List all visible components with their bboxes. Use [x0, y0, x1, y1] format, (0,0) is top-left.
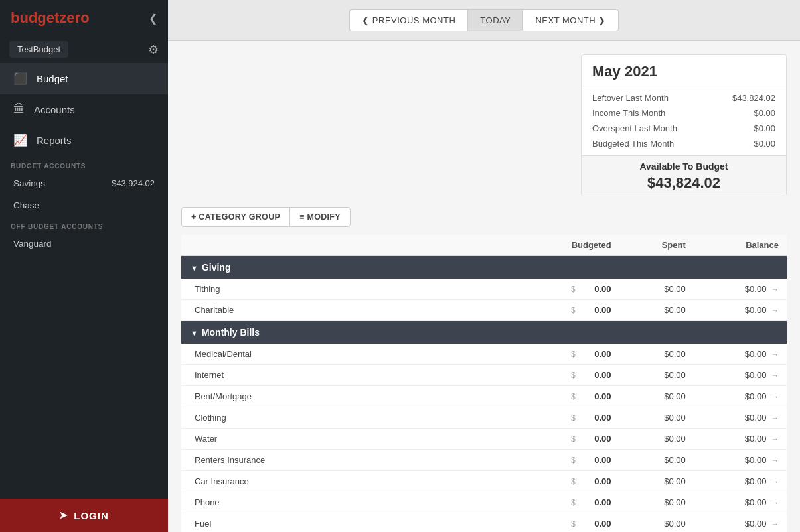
table-row: Renters Insurance $ 0.00 $0.00 $0.00 →: [181, 450, 787, 471]
budget-value[interactable]: 0.00: [578, 305, 611, 315]
account-item-savings[interactable]: Savings $43,924.02: [0, 172, 168, 194]
spent-cell: $0.00: [619, 386, 694, 407]
account-item-chase[interactable]: Chase: [0, 194, 168, 216]
overspent-label: Overspent Last Month: [592, 123, 677, 133]
budgeted-input-cell[interactable]: $ 0.00: [515, 386, 619, 407]
table-row: Clothing $ 0.00 $0.00 $0.00 →: [181, 407, 787, 429]
budget-value[interactable]: 0.00: [578, 284, 611, 294]
category-name: Charitable: [181, 300, 515, 321]
budget-icon: ⬛: [13, 72, 27, 86]
budgeted-input-cell[interactable]: $ 0.00: [515, 450, 619, 471]
balance-arrow[interactable]: →: [771, 306, 779, 314]
settings-icon[interactable]: ⚙: [148, 42, 159, 57]
account-amount-savings: $43,924.02: [112, 178, 155, 188]
group-chevron-icon[interactable]: ▼: [191, 329, 198, 337]
budget-value[interactable]: 0.00: [578, 434, 611, 444]
group-chevron-icon[interactable]: ▼: [191, 264, 198, 272]
budget-value[interactable]: 0.00: [578, 498, 611, 507]
dollar-sign: $: [571, 350, 576, 359]
balance-arrow[interactable]: →: [771, 414, 779, 422]
table-row: Water $ 0.00 $0.00 $0.00 →: [181, 429, 787, 450]
budgeted-input-cell[interactable]: $ 0.00: [515, 407, 619, 429]
category-name: Car Insurance: [181, 471, 515, 492]
budgeted-input-cell[interactable]: $ 0.00: [515, 279, 619, 300]
category-name: Renters Insurance: [181, 450, 515, 471]
spent-cell: $0.00: [619, 450, 694, 471]
balance-arrow[interactable]: →: [771, 393, 779, 401]
spent-cell: $0.00: [619, 344, 694, 365]
balance-arrow[interactable]: →: [771, 456, 779, 464]
spent-cell: $0.00: [619, 471, 694, 492]
budget-accounts-label: BUDGET ACCOUNTS: [0, 156, 168, 172]
modify-button[interactable]: ≡ MODIFY: [289, 207, 351, 227]
dollar-sign: $: [571, 519, 576, 529]
category-name: Water: [181, 429, 515, 450]
group-header-monthly-bills[interactable]: ▼Monthly Bills: [181, 321, 787, 344]
col-balance: Balance: [694, 235, 787, 256]
category-name: Medical/Dental: [181, 344, 515, 365]
collapse-sidebar-icon[interactable]: ❮: [149, 12, 157, 25]
today-button[interactable]: TODAY: [467, 9, 523, 31]
add-category-group-button[interactable]: + CATEGORY GROUP: [181, 207, 290, 227]
budget-value[interactable]: 0.00: [578, 370, 611, 380]
sidebar-item-budget[interactable]: ⬛ Budget: [0, 63, 168, 94]
login-button[interactable]: ➤ LOGIN: [0, 499, 168, 532]
category-name: Clothing: [181, 407, 515, 429]
balance-arrow[interactable]: →: [771, 285, 779, 293]
dollar-sign: $: [571, 498, 576, 507]
budgeted-input-cell[interactable]: $ 0.00: [515, 344, 619, 365]
balance-arrow[interactable]: →: [771, 435, 779, 443]
budgeted-input-cell[interactable]: $ 0.00: [515, 513, 619, 533]
sidebar-item-accounts[interactable]: 🏛 Accounts: [0, 94, 168, 125]
budgeted-input-cell[interactable]: $ 0.00: [515, 300, 619, 321]
budget-value[interactable]: 0.00: [578, 391, 611, 401]
budgeted-input-cell[interactable]: $ 0.00: [515, 365, 619, 386]
dollar-sign: $: [571, 371, 576, 380]
budget-name-badge[interactable]: TestBudget: [9, 41, 68, 58]
accounts-icon: 🏛: [13, 103, 25, 116]
summary-row-overspent: Overspent Last Month $0.00: [582, 121, 786, 136]
balance-cell: $0.00 →: [694, 429, 787, 450]
balance-cell: $0.00 →: [694, 300, 787, 321]
sidebar-budget-label: Budget: [37, 73, 68, 84]
balance-arrow[interactable]: →: [771, 371, 779, 379]
balance-arrow[interactable]: →: [771, 478, 779, 486]
budgeted-input-cell[interactable]: $ 0.00: [515, 429, 619, 450]
group-header-giving[interactable]: ▼Giving: [181, 256, 787, 279]
budgeted-value: $0.00: [754, 139, 775, 149]
logo: budgetzero: [11, 9, 90, 27]
account-name-vanguard: Vanguard: [13, 239, 52, 249]
col-spent: Spent: [619, 235, 694, 256]
budget-value[interactable]: 0.00: [578, 455, 611, 465]
balance-arrow[interactable]: →: [771, 499, 779, 507]
table-row: Fuel $ 0.00 $0.00 $0.00 →: [181, 513, 787, 533]
summary-row-leftover: Leftover Last Month $43,824.02: [582, 86, 786, 105]
sidebar: budgetzero ❮ TestBudget ⚙ ⬛ Budget 🏛 Acc…: [0, 0, 168, 532]
sidebar-item-reports[interactable]: 📈 Reports: [0, 125, 168, 156]
off-budget-accounts-label: OFF BUDGET ACCOUNTS: [0, 216, 168, 233]
spent-cell: $0.00: [619, 300, 694, 321]
budget-value[interactable]: 0.00: [578, 349, 611, 359]
account-name-savings: Savings: [13, 178, 45, 188]
account-item-vanguard[interactable]: Vanguard: [0, 233, 168, 255]
overspent-value: $0.00: [754, 123, 775, 133]
budgeted-input-cell[interactable]: $ 0.00: [515, 471, 619, 492]
leftover-label: Leftover Last Month: [592, 93, 669, 103]
budget-value[interactable]: 0.00: [578, 413, 611, 423]
next-month-button[interactable]: NEXT MONTH ❯: [523, 9, 618, 31]
budget-value[interactable]: 0.00: [578, 519, 611, 529]
login-icon: ➤: [59, 509, 68, 521]
dollar-sign: $: [571, 392, 576, 401]
category-name: Phone: [181, 492, 515, 513]
prev-month-button[interactable]: ❮ PREVIOUS MONTH: [349, 9, 467, 31]
income-value: $0.00: [754, 108, 775, 118]
balance-arrow[interactable]: →: [771, 520, 779, 528]
spent-cell: $0.00: [619, 429, 694, 450]
budget-value[interactable]: 0.00: [578, 476, 611, 486]
balance-cell: $0.00 →: [694, 513, 787, 533]
balance-arrow[interactable]: →: [771, 350, 779, 358]
budgeted-input-cell[interactable]: $ 0.00: [515, 492, 619, 513]
balance-cell: $0.00 →: [694, 492, 787, 513]
topbar: ❮ PREVIOUS MONTH TODAY NEXT MONTH ❯: [168, 0, 800, 41]
dollar-sign: $: [571, 306, 576, 315]
